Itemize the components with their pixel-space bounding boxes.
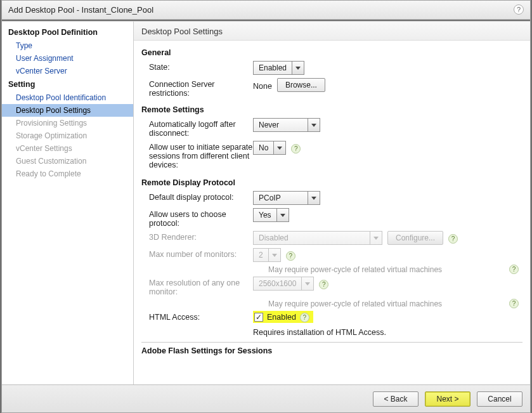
titlebar: Add Desktop Pool - Instant_Clone_Pool ? bbox=[2, 1, 530, 20]
value-csr: None bbox=[253, 80, 272, 91]
label-monitors: Max number of monitors: bbox=[141, 248, 253, 259]
row-choose: Allow users to choose protocol: Yes bbox=[141, 208, 522, 228]
help-icon[interactable]: ? bbox=[286, 251, 295, 261]
chevron-down-icon bbox=[308, 191, 320, 205]
sidebar-item-provisioning: Provisioning Settings bbox=[2, 117, 133, 129]
dropdown-monitors-value: 2 bbox=[253, 248, 268, 262]
html-note: Requires installation of HTML Access. bbox=[253, 326, 386, 337]
sidebar-item-vcenter-settings: vCenter Settings bbox=[2, 142, 133, 155]
configure-button: Configure... bbox=[387, 231, 443, 245]
sidebar-heading-definition: Desktop Pool Definition bbox=[2, 25, 133, 39]
help-icon[interactable]: ? bbox=[514, 4, 524, 15]
row-sessions: Allow user to initiate separate sessions… bbox=[141, 141, 522, 169]
html-enabled-checkbox[interactable]: ✓ bbox=[254, 313, 263, 322]
dropdown-state[interactable]: Enabled bbox=[253, 61, 304, 75]
row-monitors: Max number of monitors: 2 ? bbox=[141, 248, 522, 262]
help-icon[interactable]: ? bbox=[291, 144, 301, 154]
dialog-title: Add Desktop Pool - Instant_Clone_Pool bbox=[8, 5, 153, 15]
next-button[interactable]: Next > bbox=[425, 391, 470, 407]
help-icon[interactable]: ? bbox=[509, 299, 519, 308]
sidebar-item-ready: Ready to Complete bbox=[2, 167, 133, 180]
label-state: State: bbox=[141, 61, 253, 72]
help-icon[interactable]: ? bbox=[319, 280, 328, 289]
label-resolution: Max resolution of any one monitor: bbox=[141, 277, 253, 296]
help-icon[interactable]: ? bbox=[300, 313, 309, 322]
sidebar-item-storage: Storage Optimization bbox=[2, 129, 133, 142]
row-csr: Connection Server restrictions: None Bro… bbox=[141, 78, 522, 98]
scroll-area[interactable]: General State: Enabled Connection Server… bbox=[134, 41, 530, 384]
row-renderer: 3D Renderer: Disabled Configure... ? bbox=[141, 231, 522, 245]
dropdown-logoff[interactable]: Never bbox=[253, 118, 320, 132]
back-button[interactable]: < Back bbox=[373, 391, 418, 407]
html-enabled-highlight: ✓ Enabled ? bbox=[253, 311, 313, 323]
chevron-down-icon bbox=[273, 141, 286, 155]
dropdown-sessions-value: No bbox=[253, 141, 273, 155]
label-logoff: Automatically logoff after disconnect: bbox=[141, 118, 253, 138]
dropdown-proto-value: PCoIP bbox=[253, 191, 308, 205]
section-general: General bbox=[141, 48, 522, 57]
content-title: Desktop Pool Settings bbox=[134, 22, 530, 41]
label-csr: Connection Server restrictions: bbox=[141, 78, 253, 98]
dropdown-sessions[interactable]: No bbox=[253, 141, 286, 155]
sidebar-item-guest: Guest Customization bbox=[2, 155, 133, 167]
chevron-down-icon bbox=[301, 277, 314, 291]
cancel-button[interactable]: Cancel bbox=[477, 391, 522, 407]
sidebar-item-identification[interactable]: Desktop Pool Identification bbox=[2, 91, 133, 104]
row-html-access: HTML Access: ✓ Enabled ? bbox=[141, 311, 522, 323]
footer: < Back Next > Cancel bbox=[2, 384, 530, 412]
row-logoff: Automatically logoff after disconnect: N… bbox=[141, 118, 522, 138]
dropdown-choose-value: Yes bbox=[253, 208, 276, 222]
sidebar-item-user-assignment[interactable]: User Assignment bbox=[2, 52, 133, 65]
chevron-down-icon bbox=[308, 118, 320, 132]
sidebar-item-settings[interactable]: Desktop Pool Settings bbox=[2, 104, 133, 117]
section-flash: Adobe Flash Settings for Sessions bbox=[141, 346, 522, 355]
dropdown-logoff-value: Never bbox=[253, 118, 308, 132]
content: Desktop Pool Settings General State: Ena… bbox=[134, 22, 530, 384]
dropdown-choose[interactable]: Yes bbox=[253, 208, 289, 222]
dropdown-resolution-value: 2560x1600 bbox=[253, 277, 301, 291]
dropdown-proto[interactable]: PCoIP bbox=[253, 191, 320, 205]
html-enabled-label: Enabled bbox=[267, 313, 296, 322]
sidebar: Desktop Pool Definition Type User Assign… bbox=[2, 22, 134, 384]
chevron-down-icon bbox=[268, 248, 281, 262]
section-remote: Remote Settings bbox=[141, 105, 522, 114]
label-choose: Allow users to choose protocol: bbox=[141, 208, 253, 228]
section-display: Remote Display Protocol bbox=[141, 178, 522, 187]
dialog: Add Desktop Pool - Instant_Clone_Pool ? … bbox=[1, 0, 531, 413]
dropdown-renderer: Disabled bbox=[253, 231, 382, 245]
label-sessions: Allow user to initiate separate sessions… bbox=[141, 141, 253, 169]
row-state: State: Enabled bbox=[141, 61, 522, 75]
row-proto: Default display protocol: PCoIP bbox=[141, 191, 522, 205]
dropdown-monitors: 2 bbox=[253, 248, 281, 262]
dropdown-renderer-value: Disabled bbox=[253, 231, 370, 245]
label-renderer: 3D Renderer: bbox=[141, 231, 253, 242]
help-icon[interactable]: ? bbox=[509, 265, 519, 274]
chevron-down-icon bbox=[276, 208, 289, 222]
row-resolution: Max resolution of any one monitor: 2560x… bbox=[141, 277, 522, 296]
sidebar-item-vcenter-server[interactable]: vCenter Server bbox=[2, 65, 133, 77]
label-proto: Default display protocol: bbox=[141, 191, 253, 202]
divider bbox=[141, 342, 522, 343]
help-icon[interactable]: ? bbox=[448, 234, 458, 244]
chevron-down-icon bbox=[292, 61, 304, 75]
sidebar-item-type[interactable]: Type bbox=[2, 39, 133, 52]
dropdown-state-value: Enabled bbox=[253, 61, 292, 75]
sidebar-heading-setting: Setting bbox=[2, 77, 133, 91]
dropdown-resolution: 2560x1600 bbox=[253, 277, 314, 291]
chevron-down-icon bbox=[370, 231, 382, 245]
label-html-access: HTML Access: bbox=[141, 311, 253, 322]
body: Desktop Pool Definition Type User Assign… bbox=[2, 21, 530, 384]
browse-button[interactable]: Browse... bbox=[277, 78, 325, 92]
row-html-note: Requires installation of HTML Access. bbox=[141, 326, 522, 337]
